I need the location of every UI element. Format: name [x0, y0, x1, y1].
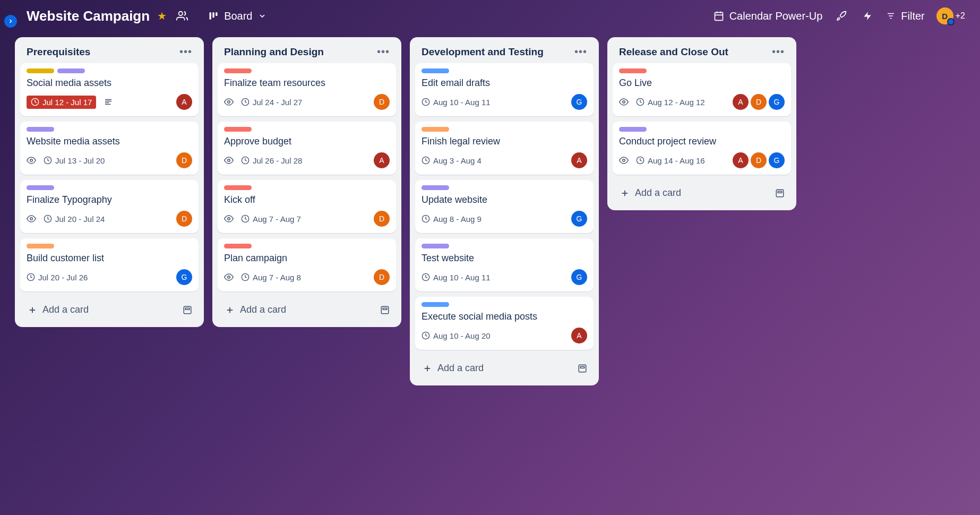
- list-title[interactable]: Prerequisites: [27, 46, 90, 58]
- card[interactable]: Finalize team resourcesJul 24 - Jul 27D: [218, 63, 396, 116]
- card-label-orange[interactable]: [27, 244, 54, 248]
- card-labels: [224, 127, 390, 132]
- card[interactable]: Finish legal reviewAug 3 - Aug 4A: [415, 122, 594, 175]
- watch-icon: [224, 272, 234, 282]
- card[interactable]: Test websiteAug 10 - Aug 11G: [415, 238, 594, 291]
- card-label-blue[interactable]: [422, 68, 449, 73]
- list-title[interactable]: Release and Close Out: [619, 46, 728, 58]
- member-avatar[interactable]: A: [733, 152, 749, 168]
- due-date-badge: Jul 13 - Jul 20: [44, 156, 105, 165]
- card-label-yellow[interactable]: [27, 68, 54, 73]
- card[interactable]: Conduct project reviewAug 14 - Aug 16ADG: [613, 122, 791, 175]
- add-card-button[interactable]: Add a card: [617, 184, 773, 202]
- member-avatar[interactable]: D: [751, 94, 767, 110]
- card-template-icon[interactable]: [575, 362, 589, 375]
- filter-icon: [886, 11, 896, 21]
- board-title[interactable]: Website Campaign: [27, 8, 150, 24]
- card-meta: Jul 26 - Jul 28: [224, 156, 302, 165]
- card-template-icon[interactable]: [378, 303, 392, 317]
- list-menu-icon[interactable]: •••: [377, 46, 390, 58]
- card-label-red[interactable]: [224, 127, 252, 132]
- list-title[interactable]: Development and Testing: [422, 46, 544, 58]
- card[interactable]: Finalize TypographyJul 20 - Jul 24D: [20, 180, 199, 233]
- card-label-red[interactable]: [224, 244, 252, 248]
- card[interactable]: Update websiteAug 8 - Aug 9G: [415, 180, 594, 233]
- card-members: A: [176, 94, 192, 110]
- card-labels: [422, 127, 587, 132]
- bolt-icon[interactable]: [861, 9, 874, 23]
- workspace-visible-icon[interactable]: [174, 8, 190, 24]
- card-template-icon[interactable]: [773, 186, 787, 200]
- member-count[interactable]: +2: [956, 11, 965, 21]
- calendar-powerup-button[interactable]: Calendar Power-Up: [713, 10, 823, 22]
- view-switcher[interactable]: Board: [208, 10, 266, 22]
- add-card-button[interactable]: Add a card: [222, 301, 378, 319]
- add-card-button[interactable]: Add a card: [24, 301, 180, 319]
- card-label-purple[interactable]: [27, 185, 54, 190]
- svg-rect-37: [383, 308, 387, 310]
- due-date-badge: Aug 8 - Aug 9: [422, 214, 482, 224]
- card-template-icon[interactable]: [180, 303, 194, 317]
- star-icon[interactable]: ★: [157, 10, 167, 22]
- member-avatar[interactable]: G: [571, 269, 587, 285]
- due-date-badge: Jul 26 - Jul 28: [241, 156, 302, 165]
- list-menu-icon[interactable]: •••: [179, 46, 192, 58]
- member-avatar[interactable]: G: [571, 94, 587, 110]
- card-label-purple[interactable]: [27, 127, 54, 132]
- member-avatar[interactable]: A: [733, 94, 749, 110]
- card-label-red[interactable]: [224, 68, 252, 73]
- card[interactable]: Plan campaignAug 7 - Aug 8D: [218, 238, 396, 291]
- member-avatar[interactable]: A: [571, 328, 587, 344]
- filter-button[interactable]: Filter: [886, 10, 924, 22]
- svg-point-0: [179, 12, 183, 15]
- card[interactable]: Website media assetsJul 13 - Jul 20D: [20, 122, 199, 175]
- list: Release and Close Out•••Go LiveAug 12 - …: [607, 37, 796, 210]
- list-menu-icon[interactable]: •••: [574, 46, 587, 58]
- member-avatar[interactable]: G: [176, 269, 192, 285]
- member-avatar[interactable]: D: [176, 152, 192, 168]
- due-date-text: Aug 7 - Aug 7: [253, 214, 301, 224]
- card-title: Finalize team resources: [224, 78, 390, 89]
- due-date-text: Jul 24 - Jul 27: [253, 98, 302, 107]
- member-avatar[interactable]: G: [769, 152, 785, 168]
- card-label-orange[interactable]: [422, 127, 449, 132]
- card[interactable]: Execute social media postsAug 10 - Aug 2…: [415, 297, 594, 350]
- sidebar-expand-button[interactable]: [4, 15, 17, 28]
- card[interactable]: Edit email draftsAug 10 - Aug 11G: [415, 63, 594, 116]
- card-label-blue[interactable]: [422, 302, 449, 307]
- member-avatar[interactable]: D: [176, 211, 192, 227]
- member-avatar[interactable]: D: [374, 94, 390, 110]
- member-avatar[interactable]: G: [769, 94, 785, 110]
- member-avatar[interactable]: A: [176, 94, 192, 110]
- rocket-icon[interactable]: [834, 8, 849, 23]
- list-menu-icon[interactable]: •••: [772, 46, 785, 58]
- card[interactable]: Kick offAug 7 - Aug 7D: [218, 180, 396, 233]
- member-avatar[interactable]: D: [374, 269, 390, 285]
- user-avatar[interactable]: D: [936, 7, 953, 24]
- member-avatar[interactable]: A: [571, 152, 587, 168]
- card[interactable]: Go LiveAug 12 - Aug 12ADG: [613, 63, 791, 116]
- card-label-purple[interactable]: [422, 244, 449, 248]
- watch-icon: [224, 214, 234, 224]
- due-date-badge: Aug 12 - Aug 12: [636, 98, 705, 107]
- list-title[interactable]: Planning and Design: [224, 46, 324, 58]
- due-date-badge: Jul 24 - Jul 27: [241, 98, 302, 107]
- member-avatar[interactable]: A: [374, 152, 390, 168]
- card-label-red[interactable]: [619, 68, 647, 73]
- card-label-purple[interactable]: [57, 68, 85, 73]
- card-title: Conduct project review: [619, 136, 785, 147]
- card[interactable]: Approve budgetJul 26 - Jul 28A: [218, 122, 396, 175]
- member-avatar[interactable]: D: [374, 211, 390, 227]
- card-meta: Aug 7 - Aug 8: [224, 272, 301, 282]
- member-avatar[interactable]: G: [571, 211, 587, 227]
- add-card-button[interactable]: Add a card: [419, 359, 575, 377]
- card-footer: Aug 8 - Aug 9G: [422, 211, 587, 227]
- due-date-text: Aug 3 - Aug 4: [433, 156, 482, 165]
- card-label-purple[interactable]: [422, 185, 449, 190]
- member-avatar[interactable]: D: [751, 152, 767, 168]
- card[interactable]: Social media assetsJul 12 - Jul 17A: [20, 63, 199, 116]
- card[interactable]: Build customer listJul 20 - Jul 26G: [20, 238, 199, 291]
- card-label-red[interactable]: [224, 185, 252, 190]
- card-label-purple[interactable]: [619, 127, 647, 132]
- due-date-text: Jul 26 - Jul 28: [253, 156, 302, 165]
